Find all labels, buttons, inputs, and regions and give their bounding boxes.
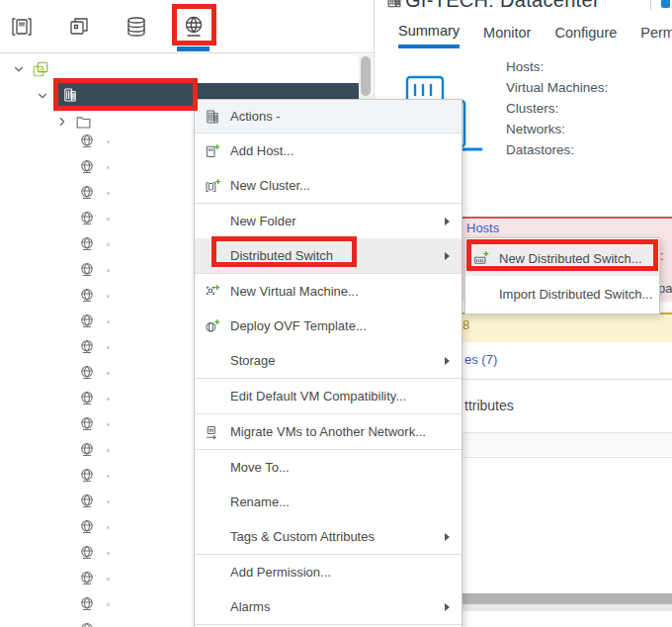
menu-item-storage[interactable]: Storage (195, 343, 462, 378)
menu-item-add-host[interactable]: Add Host... (195, 134, 462, 168)
menu-divider (195, 624, 462, 625)
network-icon (79, 159, 95, 175)
redacted-label-dot (107, 500, 110, 503)
storage-icon (125, 15, 148, 39)
alert-text-fragment: pa (658, 281, 672, 296)
menu-item-label: New Folder (230, 214, 295, 228)
active-tab-underline (177, 46, 210, 51)
menu-item-distributed-switch[interactable]: Distributed Switch (195, 238, 462, 273)
datacenter-icon (62, 87, 78, 103)
tab-summary[interactable]: Summary (398, 23, 460, 48)
tab-permissions[interactable]: Permissions (640, 23, 672, 48)
vcenter-icon (32, 60, 49, 78)
menu-item-label: Edit Default VM Compatibility... (230, 389, 406, 403)
toolbar-tab-networks[interactable] (172, 4, 215, 49)
network-icon (79, 262, 95, 278)
menu-item-migrate-vms-to-another-network[interactable]: Migrate VMs to Another Network... (195, 414, 462, 449)
icon-spacer (205, 460, 220, 476)
submenu-arrow-icon (445, 533, 450, 541)
ovf-add-icon (205, 318, 220, 334)
menu-item-move-to[interactable]: Move To... (195, 450, 462, 485)
network-icon (79, 442, 95, 458)
menu-item-label: Import Distributed Switch... (499, 287, 652, 302)
submenu-arrow-icon (445, 252, 450, 260)
chevron-down-icon[interactable] (12, 62, 26, 76)
menu-item-label: Storage (230, 353, 276, 368)
title-separator (650, 0, 651, 10)
menu-item-label: Deploy OVF Template... (230, 318, 367, 333)
submenu-arrow-icon (445, 603, 450, 611)
menu-item-label: Migrate VMs to Another Network... (230, 424, 426, 439)
icon-spacer (205, 565, 220, 581)
network-icon (79, 468, 95, 484)
migrate-icon (205, 424, 220, 440)
menu-item-label: New Virtual Machine... (230, 284, 359, 299)
redacted-label-dot (107, 398, 110, 401)
network-icon (79, 519, 95, 535)
stat-label-clusters: Clusters: (506, 98, 608, 119)
redacted-label-dot (107, 166, 110, 169)
menu-item-deploy-ovf-template[interactable]: Deploy OVF Template... (195, 309, 462, 343)
context-menu: Actions - Add Host...New Cluster...New F… (194, 99, 462, 627)
actions-button-fragment[interactable] (661, 0, 670, 8)
alert-text-fragment: : (660, 248, 664, 263)
network-icon (79, 339, 95, 355)
context-menu-header-label: Actions - (230, 109, 281, 124)
network-icon (79, 622, 95, 627)
redacted-label-dot (107, 295, 110, 298)
custom-attributes-heading-fragment: ttributes (464, 398, 514, 413)
network-icon (79, 365, 95, 381)
tab-monitor[interactable]: Monitor (483, 23, 531, 48)
redacted-label-dot (107, 346, 110, 349)
menu-item-edit-default-vm-compatibility[interactable]: Edit Default VM Compatibility... (195, 379, 462, 413)
menu-item-alarms[interactable]: Alarms (195, 589, 462, 624)
menu-item-new-distributed-switch[interactable]: New Distributed Switch... (465, 240, 659, 276)
icon-spacer (205, 214, 220, 229)
redacted-label-dot (107, 372, 110, 375)
tree-scrollbar-thumb[interactable] (361, 56, 371, 96)
menu-item-label: Add Host... (230, 143, 294, 158)
chevron-right-icon[interactable] (55, 115, 69, 129)
tab-configure[interactable]: Configure (554, 23, 617, 48)
menu-item-new-cluster[interactable]: New Cluster... (195, 168, 462, 203)
submenu-arrow-icon (445, 357, 450, 365)
redacted-label-dot (107, 320, 110, 323)
chevron-down-icon[interactable] (36, 89, 49, 103)
folder-icon (75, 114, 92, 131)
distributed-switch-submenu: New Distributed Switch...Import Distribu… (464, 237, 660, 314)
tree-item-vcenter[interactable] (12, 56, 57, 82)
submenu-list: New Distributed Switch...Import Distribu… (465, 240, 659, 312)
redacted-label-dot (107, 192, 110, 195)
menu-item-import-distributed-switch[interactable]: Import Distributed Switch... (465, 276, 659, 312)
object-toolbar (0, 0, 374, 53)
datacenter-title-icon (385, 0, 405, 11)
redacted-label-dot (107, 475, 110, 478)
toolbar-tab-hosts-clusters[interactable] (0, 4, 43, 49)
menu-item-label: Rename... (230, 494, 290, 509)
menu-item-label: New Distributed Switch... (499, 251, 642, 266)
menu-item-tags-custom-attributes[interactable]: Tags & Custom Attributes (195, 519, 462, 554)
menu-item-new-virtual-machine[interactable]: New Virtual Machine... (195, 274, 462, 309)
menu-item-add-permission[interactable]: Add Permission... (195, 555, 462, 589)
hosts-clusters-icon (10, 15, 34, 39)
redacted-label-dot (107, 243, 110, 246)
context-menu-header: Actions - (195, 100, 462, 134)
menu-item-label: Alarms (230, 599, 270, 614)
menu-item-label: Tags & Custom Attributes (230, 529, 375, 544)
toolbar-tab-storage[interactable] (115, 4, 158, 49)
network-icon (79, 571, 95, 586)
stat-label-networks: Networks: (506, 119, 608, 139)
toolbar-tab-vms-templates[interactable] (57, 4, 101, 49)
summary-tab-bar: SummaryMonitorConfigurePermissions (398, 23, 672, 48)
alert-link-fragment[interactable]: Hosts (466, 221, 499, 235)
section-link-fragment[interactable]: es (7) (464, 352, 497, 367)
menu-item-rename[interactable]: Rename... (195, 485, 462, 519)
menu-item-new-folder[interactable]: New Folder (195, 204, 462, 238)
vms-templates-icon (67, 15, 91, 39)
redacted-label-dot (107, 603, 110, 606)
menu-item-label: Add Permission... (230, 565, 331, 580)
menu-item-label: Distributed Switch (230, 248, 333, 263)
icon-spacer (473, 286, 489, 302)
networks-icon (182, 15, 206, 39)
submenu-arrow-icon (445, 218, 450, 225)
